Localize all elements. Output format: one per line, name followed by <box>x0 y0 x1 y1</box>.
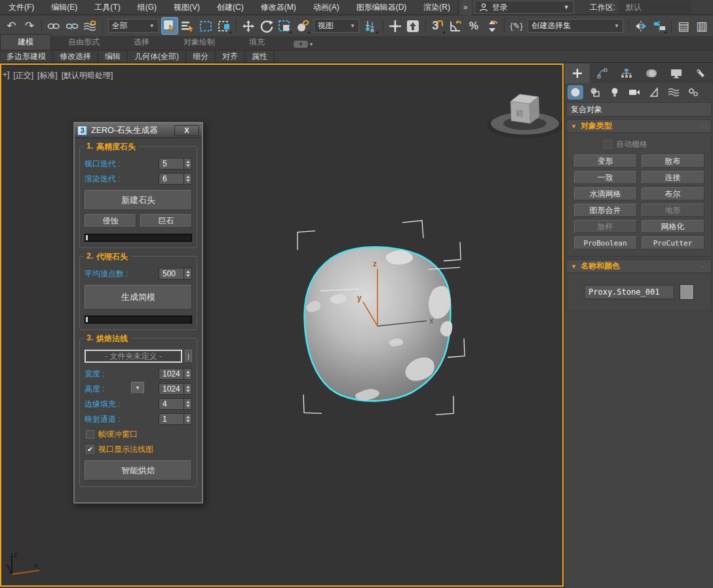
menu-create[interactable]: 创建(C) <box>208 0 252 15</box>
selection-filter-dropdown[interactable]: 全部 ▼ <box>108 19 159 33</box>
ribbon-panel-subdivision[interactable]: 细分 <box>186 50 216 64</box>
edge-padding-spinner[interactable]: 4 <box>159 398 192 410</box>
height-spinner[interactable]: 1024 <box>159 383 192 395</box>
align-icon[interactable] <box>651 17 668 35</box>
snaps-toggle-3d-icon[interactable]: 3 <box>429 17 447 35</box>
viewcube[interactable]: 前 <box>487 94 562 139</box>
tab-display[interactable] <box>664 64 689 83</box>
bind-to-spacewarp-icon[interactable] <box>81 17 99 35</box>
edge-padding-value[interactable]: 4 <box>159 398 183 410</box>
ribbon-panel-edit[interactable]: 编辑 <box>98 50 128 64</box>
button-boolean[interactable]: 布尔 <box>642 187 704 200</box>
named-selection-sets-dropdown[interactable]: 创建选择集 ▼ <box>528 19 623 33</box>
avg-vertex-count-spinner[interactable]: 500 <box>159 268 192 280</box>
menu-graph-editors[interactable]: 图形编辑器(D) <box>348 0 415 15</box>
erode-button[interactable]: 侵蚀 <box>85 214 136 228</box>
unlink-icon[interactable] <box>64 17 81 35</box>
map-channel-value[interactable]: 1 <box>159 413 183 425</box>
angle-snap-toggle-icon[interactable] <box>447 17 465 35</box>
rollout-object-type-header[interactable]: ▼ 对象类型 ⋯ <box>566 119 712 133</box>
zero-stone-generator-dialog[interactable]: 3 ZERO-石头生成器 X 1. 高精度石头 视口迭代 : 5 渲染迭代 : … <box>73 122 203 504</box>
spinner-arrows-icon[interactable] <box>183 173 192 185</box>
use-pivot-point-center-icon[interactable] <box>362 17 379 35</box>
scene-explorer-icon[interactable]: ▥ <box>693 17 711 35</box>
spinner-arrows-icon[interactable] <box>183 368 192 380</box>
spinner-arrows-icon[interactable] <box>183 268 192 280</box>
object-name-input[interactable]: Proxy.Stone_001 <box>584 285 674 299</box>
window-crossing-toggle-icon[interactable] <box>215 17 233 35</box>
browse-folder-button[interactable]: | <box>185 350 192 363</box>
boulder-button[interactable]: 巨石 <box>140 214 192 228</box>
tab-modify[interactable] <box>590 64 615 83</box>
tab-utilities[interactable] <box>688 64 713 83</box>
select-by-name-icon[interactable] <box>179 17 197 35</box>
button-mesher[interactable]: 网格化 <box>642 220 704 233</box>
select-and-manipulate-icon[interactable] <box>387 17 404 35</box>
viewport-iterations-value[interactable]: 5 <box>159 158 183 170</box>
ribbon-panel-polygon-modeling[interactable]: 多边形建模 <box>0 50 53 64</box>
ribbon-minimize-button[interactable]: ▼ ▾ <box>294 41 313 50</box>
object-category-dropdown[interactable]: 复合对象 <box>566 102 712 117</box>
percent-snap-toggle-icon[interactable]: % <box>465 17 483 35</box>
object-color-swatch[interactable] <box>680 284 694 300</box>
spinner-snap-toggle-icon[interactable] <box>483 17 501 35</box>
layer-manager-icon[interactable]: ▤ <box>675 17 693 35</box>
category-cameras-icon[interactable] <box>626 85 642 100</box>
keyboard-shortcut-override-icon[interactable] <box>404 17 422 35</box>
ribbon-panel-modify-selection[interactable]: 修改选择 <box>53 50 98 64</box>
select-object-icon[interactable] <box>161 17 179 35</box>
category-helpers-icon[interactable] <box>646 85 662 100</box>
tab-motion[interactable] <box>639 64 664 83</box>
avg-vertex-count-value[interactable]: 500 <box>159 268 183 280</box>
menu-modifiers[interactable]: 修改器(M) <box>252 0 305 15</box>
resolution-preset-dropdown[interactable]: ▼ <box>131 382 144 394</box>
rollout-name-color-header[interactable]: ▼ 名称和颜色 ⋯ <box>566 259 712 273</box>
new-stone-button[interactable]: 新建石头 <box>85 190 192 210</box>
button-morph[interactable]: 变形 <box>574 155 637 168</box>
ribbon-panel-align[interactable]: 对齐 <box>216 50 245 64</box>
map-channel-spinner[interactable]: 1 <box>159 413 192 425</box>
ribbon-tab-modeling[interactable]: 建模 <box>0 34 51 50</box>
render-iterations-spinner[interactable]: 6 <box>159 173 192 185</box>
width-value[interactable]: 1024 <box>159 368 183 380</box>
button-shapemerge[interactable]: 图形合并 <box>574 204 637 217</box>
login-dropdown[interactable]: 登录 ▼ <box>474 1 574 14</box>
category-geometry-icon[interactable] <box>568 85 583 100</box>
button-blobmesh[interactable]: 水滴网格 <box>574 187 637 200</box>
ribbon-panel-geometry-all[interactable]: 几何体(全部) <box>128 50 186 64</box>
frame-buffer-checkbox[interactable] <box>86 430 94 439</box>
redo-icon[interactable]: ↷ <box>21 17 39 35</box>
reference-coordinate-dropdown[interactable]: 视图 ▼ <box>314 19 359 33</box>
category-systems-icon[interactable] <box>685 85 701 100</box>
spinner-arrows-icon[interactable] <box>183 383 192 395</box>
menubar-overflow-icon[interactable]: » <box>459 0 472 15</box>
button-scatter[interactable]: 散布 <box>642 155 704 168</box>
select-and-place-icon[interactable] <box>294 17 311 35</box>
menu-rendering[interactable]: 渲染(R) <box>415 0 459 15</box>
tab-create[interactable] <box>565 64 590 83</box>
height-value[interactable]: 1024 <box>159 383 183 395</box>
ribbon-tab-populate[interactable]: 填充 <box>232 35 282 50</box>
viewport-iterations-spinner[interactable]: 5 <box>159 158 192 170</box>
ribbon-panel-properties[interactable]: 属性 <box>245 50 275 64</box>
spinner-arrows-icon[interactable] <box>183 158 192 170</box>
render-iterations-value[interactable]: 6 <box>159 173 183 185</box>
category-lights-icon[interactable] <box>607 85 623 100</box>
ribbon-tab-freeform[interactable]: 自由形式 <box>51 35 117 50</box>
ribbon-tab-selection[interactable]: 选择 <box>117 35 166 50</box>
select-and-scale-icon[interactable] <box>276 17 294 35</box>
category-shapes-icon[interactable] <box>587 85 603 100</box>
mirror-icon[interactable] <box>632 17 650 35</box>
select-and-rotate-icon[interactable] <box>258 17 275 35</box>
button-connect[interactable]: 连接 <box>642 171 704 184</box>
ribbon-tab-object-paint[interactable]: 对象绘制 <box>166 35 232 50</box>
spinner-arrows-icon[interactable] <box>183 398 192 410</box>
width-spinner[interactable]: 1024 <box>159 368 192 380</box>
menu-tools[interactable]: 工具(T) <box>86 0 128 15</box>
spinner-arrows-icon[interactable] <box>183 413 192 425</box>
close-button[interactable]: X <box>174 125 199 136</box>
dialog-titlebar[interactable]: 3 ZERO-石头生成器 X <box>75 123 202 138</box>
button-procutter[interactable]: ProCutter <box>642 236 704 249</box>
category-spacewarps-icon[interactable] <box>666 85 682 100</box>
select-and-link-icon[interactable] <box>45 17 63 35</box>
